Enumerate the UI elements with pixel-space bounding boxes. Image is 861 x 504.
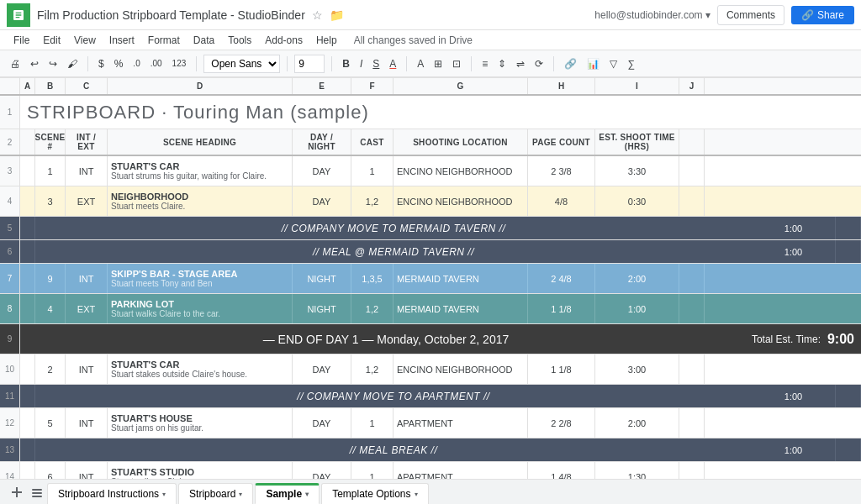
cell-pagecount-10: 1 1/8 xyxy=(528,354,595,384)
cell-shoottime-6: 1:00 xyxy=(752,240,836,263)
tabs-bar: Stripboard Instructions ▾ Stripboard ▾ S… xyxy=(0,479,861,504)
spreadsheet-title: STRIPBOARD · Touring Man (sample) xyxy=(20,96,861,129)
rotate-button[interactable]: ⟳ xyxy=(531,56,547,71)
title-area: Film Production Stripboard Template - St… xyxy=(37,8,305,22)
function-button[interactable]: ∑ xyxy=(624,56,638,71)
cell-extra-14 xyxy=(679,462,705,479)
col-header-pagecount: PAGE COUNT xyxy=(528,129,595,155)
cell-cast-8: 1,2 xyxy=(351,294,394,323)
cell-intext-14: INT xyxy=(66,462,108,479)
title-row: 1 STRIPBOARD · Touring Man (sample) xyxy=(0,96,861,129)
col-header-intext: INT / EXT xyxy=(66,129,108,155)
menu-file[interactable]: File xyxy=(7,33,36,48)
col-header-E: E xyxy=(293,78,351,94)
cell-cast-3: 1 xyxy=(351,156,394,186)
share-button[interactable]: 🔗 Share xyxy=(791,6,854,24)
cell-daynight-12: DAY xyxy=(293,408,351,438)
menu-help[interactable]: Help xyxy=(309,33,344,48)
cell-6-a xyxy=(20,240,35,263)
cell-13-a xyxy=(20,438,35,461)
decimal-button-1[interactable]: .0 xyxy=(129,57,143,70)
paintformat-button[interactable]: 🖌 xyxy=(64,56,81,71)
svg-rect-0 xyxy=(32,489,42,491)
sheet-scroll[interactable]: 1 STRIPBOARD · Touring Man (sample) 2 SC… xyxy=(0,96,861,479)
format-number-button[interactable]: 123 xyxy=(169,57,190,70)
cell-shoottime-14: 1:30 xyxy=(595,462,679,479)
cell-heading-10: STUART'S CAR Stuart stakes outside Clair… xyxy=(108,354,293,384)
folder-icon[interactable]: 📁 xyxy=(330,8,344,22)
comments-button[interactable]: Comments xyxy=(717,5,784,25)
cell-location-14: APARTMENT xyxy=(394,462,528,479)
menu-edit[interactable]: Edit xyxy=(36,33,67,48)
menu-addons[interactable]: Add-ons xyxy=(258,33,309,48)
fill-color-button[interactable]: A xyxy=(414,56,427,71)
redo-button[interactable]: ↪ xyxy=(45,56,61,71)
cell-daynight-7: NIGHT xyxy=(293,264,351,293)
print-button[interactable]: 🖨 xyxy=(7,56,24,71)
cell-heading-8: PARKING LOT Stuart walks Claire to the c… xyxy=(108,294,293,323)
cell-location-3: ENCINO NEIGHBORHOOD xyxy=(394,156,528,186)
cell-scene-14: 6 xyxy=(35,462,66,479)
filter-button[interactable]: ▽ xyxy=(606,56,621,71)
cell-shoottime-10: 3:00 xyxy=(595,354,679,384)
svg-rect-1 xyxy=(32,492,42,494)
cell-shoottime-8: 1:00 xyxy=(595,294,679,323)
row-num-9: 9 xyxy=(0,324,20,354)
row-num-6: 6 xyxy=(0,240,20,263)
menu-insert[interactable]: Insert xyxy=(103,33,141,48)
undo-button[interactable]: ↩ xyxy=(27,56,42,71)
table-row: 8 4 EXT PARKING LOT Stuart walks Claire … xyxy=(0,294,861,324)
chart-button[interactable]: 📊 xyxy=(584,56,603,71)
topbar: Film Production Stripboard Template - St… xyxy=(0,0,861,30)
end-of-day-row: — END OF DAY 1 — Monday, October 2, 2017… xyxy=(20,324,861,354)
font-size-input[interactable] xyxy=(294,55,325,73)
cell-intext-3: INT xyxy=(66,156,108,186)
cell-4-a xyxy=(20,186,35,216)
tab-template-options[interactable]: Template Options ▾ xyxy=(321,483,428,505)
cell-extra-11 xyxy=(836,385,861,407)
tab-chevron-4: ▾ xyxy=(415,491,418,498)
table-row: 12 5 INT STUART'S HOUSE Stuart jams on h… xyxy=(0,408,861,438)
halign-button[interactable]: ≡ xyxy=(478,56,491,71)
cell-shoottime-4: 0:30 xyxy=(595,186,679,216)
table-row: 6 // MEAL @ MERMAID TAVERN // 1:00 xyxy=(0,240,861,264)
cell-heading-4: NEIGHBORHOOD Stuart meets Claire. xyxy=(108,186,293,216)
valign-button[interactable]: ⇕ xyxy=(494,56,510,71)
currency-button[interactable]: $ xyxy=(95,56,108,71)
cell-scene-12: 5 xyxy=(35,408,66,438)
decimal-button-2[interactable]: .00 xyxy=(147,57,166,70)
col-header-I: I xyxy=(595,78,679,94)
tab-stripboard-instructions[interactable]: Stripboard Instructions ▾ xyxy=(47,483,177,505)
col-header-shoottime: EST. SHOOT TIME (HRS) xyxy=(595,129,679,155)
textwrap-button[interactable]: ⇌ xyxy=(513,56,528,71)
percent-button[interactable]: % xyxy=(111,56,127,71)
bold-button[interactable]: B xyxy=(339,56,353,71)
cell-location-12: APARTMENT xyxy=(394,408,528,438)
menu-view[interactable]: View xyxy=(67,33,103,48)
toolbar-sep-7 xyxy=(553,56,554,71)
cell-location-8: MERMAID TAVERN xyxy=(394,294,528,323)
cell-extra-7 xyxy=(679,264,705,293)
toolbar: 🖨 ↩ ↪ 🖌 $ % .0 .00 123 Open Sans B I S A… xyxy=(0,50,861,77)
cell-pagecount-7: 2 4/8 xyxy=(528,264,595,293)
menu-format[interactable]: Format xyxy=(141,33,187,48)
add-sheet-button[interactable] xyxy=(7,482,27,502)
strikethrough-button[interactable]: S xyxy=(369,56,383,71)
star-icon[interactable]: ☆ xyxy=(312,8,323,22)
italic-button[interactable]: I xyxy=(357,56,366,71)
menu-data[interactable]: Data xyxy=(187,33,221,48)
tab-label-template-options: Template Options xyxy=(332,488,410,500)
link-button[interactable]: 🔗 xyxy=(561,56,580,71)
row-num-5: 5 xyxy=(0,217,20,239)
cell-extra-10 xyxy=(679,354,705,384)
text-color-button[interactable]: A xyxy=(386,56,399,71)
cell-cast-14: 1 xyxy=(351,462,394,479)
toolbar-sep-2 xyxy=(196,56,197,71)
sheet-list-button[interactable] xyxy=(27,482,47,502)
merge-button[interactable]: ⊡ xyxy=(449,56,464,71)
borders-button[interactable]: ⊞ xyxy=(430,56,446,71)
menu-tools[interactable]: Tools xyxy=(221,33,258,48)
tab-sample[interactable]: Sample ▾ xyxy=(255,483,320,505)
font-family-select[interactable]: Open Sans xyxy=(203,55,280,73)
tab-stripboard[interactable]: Stripboard ▾ xyxy=(178,483,253,505)
